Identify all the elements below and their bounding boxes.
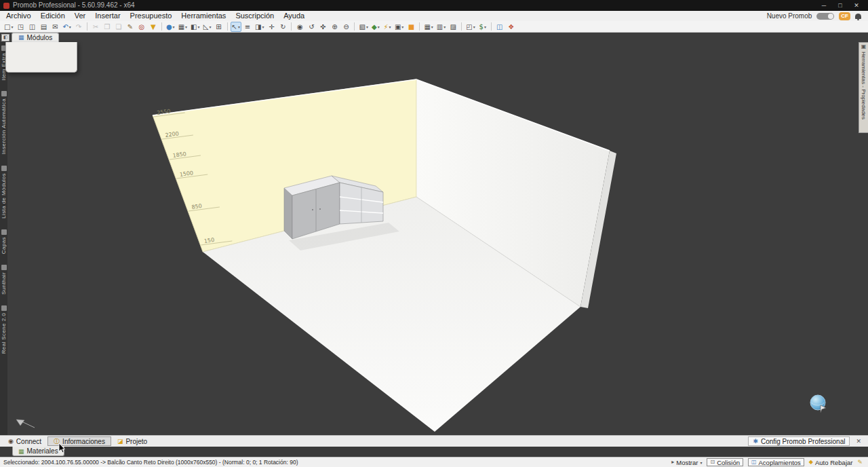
menu-presupuesto[interactable]: Presupuesto [125,11,177,21]
tab-materiales[interactable]: ▦ Materiales [12,447,64,456]
orbit-widget[interactable] [810,395,826,413]
cf-badge[interactable]: CF [839,12,850,20]
visibility-button[interactable]: ◉ [294,22,305,32]
materials-icon: ▦ [18,448,24,455]
left-tab-real-scene-2.0[interactable]: Real Scene 2.0 [1,305,7,354]
lighting-button[interactable]: ⚡▾ [382,22,393,32]
sphere-view-button[interactable]: ●▾ [165,22,176,32]
left-tab-lista-de-modulos[interactable]: Lista de Módulos [1,166,7,219]
promob-tv-button[interactable]: ◫ [494,22,505,32]
photo-view-button[interactable]: ▣▾ [393,22,405,32]
camera-view-icon: ▧ [359,23,365,31]
toggle-knob [828,14,833,19]
maximize-button[interactable]: □ [832,0,848,11]
viewport-3d[interactable]: 2550220018501500850150 [7,42,859,435]
export-data-icon: ▨ [450,23,456,31]
camera-view-button[interactable]: ▧▾ [357,22,369,32]
brush-icon[interactable]: ✎ [857,459,863,466]
apply-color-button[interactable]: ◨▾ [254,22,265,32]
zoom-in-button[interactable]: ⊕ [329,22,340,32]
menu-ayuda[interactable]: Ayuda [279,11,309,21]
menu-suscripcion[interactable]: Suscripción [231,11,279,21]
modules-dropdown-panel[interactable] [5,42,77,73]
floor-plan-view-button[interactable]: ▦▾ [177,22,189,32]
align-level-icon: ≡ [245,23,250,31]
toolbar-separator [87,22,87,31]
left-tab-insercion-automatica[interactable]: Inserción Automática [1,91,7,154]
menu-insertar[interactable]: Insertar [90,11,125,21]
format-painter-icon: ✎ [127,23,133,31]
mostrar-button[interactable]: ▸Mostrar▾ [671,458,702,466]
move-object-button[interactable]: ✛ [266,22,277,32]
select-cursor-button[interactable]: ↖▾ [231,22,241,32]
close-button[interactable]: ✕ [848,0,865,11]
materials-bar: ▦ Materiales [0,447,868,457]
tab-informaciones[interactable]: ⓘInformaciones [47,436,111,446]
minimize-button[interactable]: ─ [816,0,832,11]
search-module-button[interactable]: ◎ [136,22,147,32]
export-data-button[interactable]: ▨ [448,22,458,32]
filter-button[interactable]: ▼ [148,22,159,32]
dropdown-caret-icon: ▾ [401,24,403,29]
dropdown-caret-icon: ▾ [700,460,702,465]
left-tab-label: Capas [1,237,7,254]
grid-toggle-button[interactable]: ⊞ [214,22,224,32]
save-project-button[interactable]: ◫ [26,22,37,32]
tab-herramientas-propiedades[interactable]: ▣ Herramientas - Propiedades [859,42,868,133]
panel-close-icon[interactable]: ✕ [854,438,863,445]
dropdown-caret-icon: ▾ [443,24,446,29]
report-list-button[interactable]: ▥▾ [435,22,447,32]
tab-modulos[interactable]: ▦ Módulos [12,33,59,42]
menu-herramientas[interactable]: Herramientas [176,11,231,21]
notification-bell-icon[interactable] [855,14,861,19]
rotate-object-button[interactable]: ↻ [277,22,288,32]
copy-icon: ❐ [104,23,110,31]
floor-plan-view-icon: ▦ [178,23,184,31]
pan-view-button[interactable]: ✜ [317,22,328,32]
zoom-out-button[interactable]: ⊖ [340,22,351,32]
show-icon: ▸ [671,460,674,465]
budget-table-icon: ▦ [424,23,430,31]
main-area: Item ExtraInserción AutomáticaLista de M… [0,42,868,435]
print-button[interactable]: ▤ [38,22,49,32]
orbit-view-button[interactable]: ↺ [306,22,317,32]
send-email-button[interactable]: ✉ [50,22,60,32]
acoplamientos-button[interactable]: ◫Acoplamientos [748,458,804,466]
toolbar-separator [227,22,228,31]
elevation-view-button[interactable]: ◧▾ [189,22,201,32]
send-email-icon: ✉ [52,23,58,31]
measure-tool-button[interactable]: ◺▾ [202,22,213,32]
modules-3d-button[interactable]: ◰▾ [465,22,476,32]
print-icon: ▤ [41,23,47,31]
new-document-button[interactable]: □▾ [3,22,14,32]
statusbar: Seleccionado: 2004.100.76.55.00000 -> Ba… [0,457,868,467]
plugins-button[interactable]: ❖ [506,22,517,32]
budget-table-button[interactable]: ▦▾ [422,22,434,32]
photo-view-icon: ▣ [395,23,401,31]
left-tab-sunthair[interactable]: Sunthair [1,265,7,295]
open-project-button[interactable]: ◳ [15,22,26,32]
undo-button[interactable]: ↶▾ [61,22,72,32]
tab-projeto[interactable]: ◪Projeto [111,436,153,446]
auto-lower-icon: ◆ [809,460,813,465]
new-promob-toggle[interactable] [816,13,834,20]
left-tab-capas[interactable]: Capas [1,229,7,254]
promob-window: Promob Professional - 5.60.99.462 - x64 … [0,0,868,467]
left-panel-strip: Item ExtraInserción AutomáticaLista de M… [0,42,7,435]
tab-connect[interactable]: ◉Connect [2,436,47,446]
colision-button[interactable]: ⊡Colisión [707,458,743,466]
pricing-button[interactable]: $▾ [477,22,488,32]
visibility-icon: ◉ [297,23,303,31]
redo-button: ↷ [73,22,84,32]
render-pro-button[interactable]: ■ [406,22,416,32]
align-level-button[interactable]: ≡ [242,22,253,32]
format-painter-button[interactable]: ✎ [125,22,136,32]
render-button[interactable]: ◆▾ [370,22,381,32]
menubar: ArchivoEdiciónVerInsertarPresupuestoHerr… [0,11,868,21]
menu-ver[interactable]: Ver [70,11,91,21]
config-promob-button[interactable]: ✱ Config Promob Professional [748,436,850,446]
menu-archivo[interactable]: Archivo [1,11,36,21]
panel-toggle-icon[interactable]: ◧ [1,34,9,41]
auto-rebajar-button[interactable]: ◆Auto Rebajar [809,458,853,466]
menu-edicion[interactable]: Edición [36,11,70,21]
